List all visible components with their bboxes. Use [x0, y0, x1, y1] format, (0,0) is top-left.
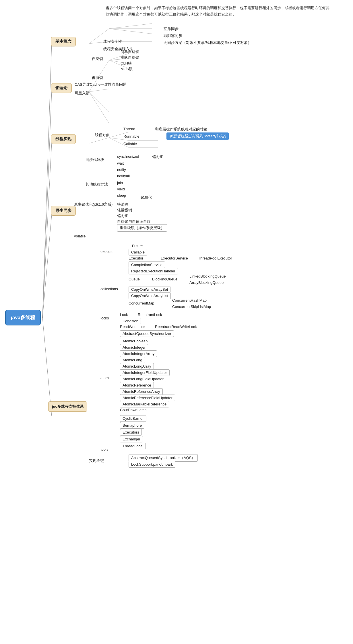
callable2: Callable	[129, 249, 147, 255]
root-label: java多线程	[11, 315, 35, 320]
svg-line-9	[109, 29, 152, 34]
native-opt: 原生锁优化(jdk1.6之后)	[74, 202, 113, 207]
concurrent-skipmap: ConcurrentSkipListMap	[172, 305, 211, 309]
cat-juc-label: juc多线程支持体系	[52, 404, 84, 409]
thread-class: Thread	[123, 127, 135, 131]
reentrant-rw: ReentrantReadWriteLock	[155, 325, 197, 329]
future: Future	[132, 244, 143, 248]
impl-key-label: 实现关键	[89, 458, 104, 463]
copy-list: CopyOnWriteArrayList	[129, 292, 171, 299]
spin-lock-label: 自旋锁	[92, 56, 103, 61]
exchanger: Exchanger	[120, 436, 143, 442]
svg-line-4	[42, 318, 52, 416]
atomic-int-arr: AtomicIntegerArray	[120, 350, 157, 357]
atomic-long-arr: AtomicLongArray	[120, 363, 154, 370]
atomic-boolean: AtomicBoolean	[120, 338, 150, 344]
spin-adaptive: 自旋锁与自适应自旋	[117, 219, 151, 224]
countdown: CoutDownLatch	[120, 408, 147, 412]
description-content: 当多个线程访问一个对象时，如果不考虑这些线程运行时环境的调度和交替执行，也不需要…	[106, 6, 329, 16]
svg-line-3	[42, 215, 52, 318]
semaphore: Semaphore	[120, 422, 144, 429]
svg-line-2	[42, 143, 52, 318]
collections-label: collections	[100, 287, 118, 291]
cat-thread: 线程实现	[51, 134, 76, 144]
linked-bq: LinkedBlockingQueue	[189, 274, 226, 278]
description-text: 当多个线程访问一个对象时，如果不考虑这些线程运行时环境的调度和交替执行，也不需要…	[106, 5, 329, 18]
heavy-lock: 重量级锁（操作系统层级）	[117, 224, 167, 232]
thread-desc: 和底层操作系统线程对应的对象	[155, 127, 207, 132]
lock-elim: 锁清除	[117, 202, 128, 207]
join: join	[117, 181, 123, 185]
svg-line-7	[109, 24, 152, 29]
spin-simple: 简单自旋锁	[121, 49, 139, 54]
executors: Executors	[120, 429, 142, 436]
copy-set: CopyOnWriteArraySet	[129, 286, 170, 293]
callable: Callable	[123, 142, 137, 146]
cat-basic: 基本概念	[51, 37, 76, 46]
clh-lock: CLH锁	[121, 61, 132, 66]
aqs-short: AbstractQueuedSynchronizer	[120, 330, 174, 337]
atomic-ref-field: AtomicReferenceFieldUpdater	[120, 395, 175, 401]
bias-lock3: 偏向锁	[117, 213, 128, 218]
locks-label: locks	[100, 316, 109, 320]
concurrent-hashmap: ConcurrentHashMap	[172, 298, 207, 303]
volatile: volatile	[74, 234, 86, 238]
rw-lock: ReadWriteLock	[120, 325, 146, 329]
reentrant-lock: 可重入锁	[75, 91, 90, 96]
atomic-long-field: AtomicLongFieldUpdater	[120, 376, 166, 382]
executor-cls: Executor	[129, 256, 143, 260]
lightweight: 轻量级锁	[117, 208, 132, 213]
svg-line-12	[89, 89, 109, 92]
cat-juc: juc多线程支持体系	[48, 401, 87, 412]
cat-basic-label: 基本概念	[55, 39, 71, 44]
thread-obj: 线程对象	[95, 132, 110, 138]
svg-line-13	[89, 92, 109, 112]
atomic-int-field: AtomicIntegerFieldUpdater	[120, 369, 170, 376]
cyclic: CyclicBarrier	[120, 415, 146, 422]
threadlocal: ThreadLocal	[120, 443, 146, 449]
lock-coarsen: 锁粗化	[141, 195, 152, 200]
svg-line-1	[42, 92, 52, 318]
cat-thread-label: 线程实现	[55, 136, 71, 141]
sync-block: 同步代码块	[86, 157, 104, 162]
thread-pool: ThreadPoolExecutor	[198, 256, 232, 260]
locksupport: LockSupport.park/unpark	[129, 461, 175, 468]
rejected: RejectedExecutionHandler	[129, 268, 178, 274]
thread-safety: 线程安全性	[103, 39, 122, 44]
notifyall: notifyall	[117, 174, 130, 178]
bias-lock2: 偏向锁	[152, 154, 163, 159]
mcs-lock: MCS锁	[121, 67, 133, 72]
blocking-queue: BlockingQueue	[152, 277, 177, 281]
atomic-label: atomic	[100, 376, 111, 380]
root-node: java多线程	[5, 310, 41, 325]
array-bq: ArrayBlockingQueue	[189, 280, 224, 285]
cas-cache: CAS导致Cache一致性流量问题	[75, 82, 127, 87]
yield: yield	[117, 187, 125, 191]
atomic-ref-arr: AtomicReferenceArray	[120, 388, 163, 395]
tools-label: tools	[100, 447, 108, 452]
svg-line-19	[89, 138, 109, 143]
queue: Queue	[129, 277, 140, 281]
aqs-full: AbstractQueuedSynchronizer（AQS）	[129, 454, 198, 462]
notify: notify	[117, 167, 126, 172]
atomic-long: AtomicLong	[120, 357, 145, 363]
condition: Condition	[120, 318, 141, 324]
spin-queue: 排队自旋锁	[121, 55, 139, 60]
atomic-integer: AtomicInteger	[120, 344, 148, 351]
atomic-markable: AtomicMarkableReference	[120, 401, 169, 407]
sleep: sleep	[117, 193, 126, 198]
cat-native-label: 原生同步	[55, 208, 71, 213]
concurrent-map: ConcurrentMap	[129, 301, 154, 305]
thread-highlight: 都是通过通过封装到Thread执行的	[166, 132, 229, 140]
mutual-sync: 互斥同步	[164, 26, 179, 32]
completion: CompletionService	[129, 261, 165, 268]
wait: wait	[117, 161, 124, 165]
cat-lock-label: 锁理论	[55, 85, 67, 90]
other-methods: 其他线程方法	[86, 182, 108, 187]
cat-lock: 锁理论	[51, 83, 72, 93]
cat-native: 原生同步	[51, 206, 76, 216]
non-blocking: 非阻塞同步	[164, 33, 182, 38]
no-sync: 无同步方案（对象不共享/线程本地交量/不可变对象）	[164, 40, 251, 45]
runnable: Runnable	[123, 134, 139, 138]
reentrant-lock2: ReentrantLock	[138, 313, 162, 317]
